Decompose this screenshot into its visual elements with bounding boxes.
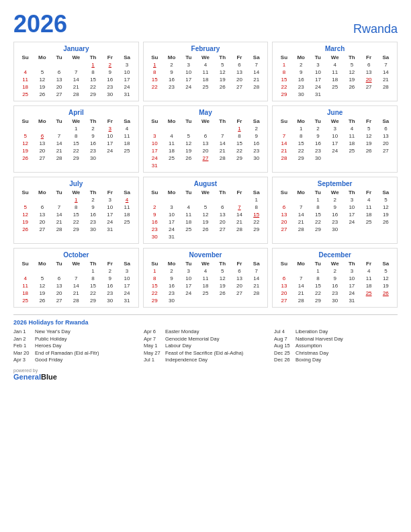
calendar-day: 15 (231, 140, 248, 147)
calendar-day: 25 (343, 147, 360, 154)
calendar-day: 4 (118, 196, 135, 204)
calendar-day: 1 (310, 267, 326, 275)
calendar-day: 20 (231, 282, 248, 290)
calendar-day: 25 (118, 218, 135, 226)
calendar-day: 26 (197, 226, 214, 233)
day-of-week-header: Su (17, 260, 34, 267)
calendar-day: 19 (180, 147, 197, 154)
calendar-day: 17 (343, 211, 360, 218)
calendar-day: 26 (180, 154, 197, 162)
calendar-day: 10 (180, 275, 197, 282)
calendar-day: 13 (231, 69, 248, 76)
calendar-day (343, 91, 360, 98)
day-of-week-header: Th (343, 189, 360, 196)
calendar-day: 12 (180, 140, 197, 147)
month-table: SuMoTuWeThFrSa12345678910111213141516171… (275, 118, 394, 162)
calendar-day: 22 (68, 147, 85, 154)
calendar-day: 4 (361, 196, 377, 204)
calendar-day: 21 (50, 218, 67, 226)
day-of-week-header: Th (214, 54, 231, 61)
day-of-week-header: Su (17, 54, 34, 61)
calendar-day: 21 (275, 147, 292, 154)
calendar-day: 11 (361, 204, 377, 211)
holiday-name: New Year's Day (35, 328, 71, 335)
calendar-day: 23 (101, 83, 118, 91)
calendar-day: 8 (310, 275, 326, 282)
calendar-day: 31 (163, 233, 180, 240)
day-of-week-header: Tu (310, 54, 326, 61)
calendar-day: 3 (343, 267, 360, 275)
calendar-day: 9 (326, 204, 343, 211)
calendar-day: 23 (163, 290, 180, 297)
holiday-date: Dec 26 (274, 357, 293, 363)
calendar-day: 12 (34, 282, 50, 290)
day-of-week-header: Th (343, 260, 360, 267)
calendar-day (34, 61, 50, 69)
calendar-day: 16 (248, 140, 265, 147)
calendar-day: 11 (197, 69, 214, 76)
calendar-day: 12 (34, 76, 50, 83)
calendar-day (180, 196, 197, 204)
calendar-day: 14 (50, 211, 67, 218)
calendar-day: 24 (180, 83, 197, 91)
calendar-day: 28 (293, 226, 310, 233)
calendar-day: 11 (197, 275, 214, 282)
day-of-week-header: Su (275, 260, 292, 267)
calendar-day: 27 (361, 83, 377, 91)
calendar-day: 23 (146, 226, 163, 233)
calendar-day (34, 125, 50, 132)
calendar-day: 22 (85, 290, 101, 297)
calendar-day (101, 154, 118, 162)
day-of-week-header: Su (17, 118, 34, 125)
calendar-day: 8 (293, 132, 310, 140)
month-table: SuMoTuWeThFrSa12345678910111213141516171… (146, 54, 265, 91)
calendar-day: 30 (326, 226, 343, 233)
day-of-week-header: We (326, 54, 343, 61)
holiday-date: Feb 1 (13, 343, 32, 349)
calendar-day: 19 (361, 140, 377, 147)
calendar-day (248, 162, 265, 169)
calendar-day: 13 (275, 211, 292, 218)
calendar-day: 4 (197, 61, 214, 69)
calendar-day: 2 (85, 196, 101, 204)
calendar-day: 14 (231, 211, 248, 218)
calendar-day (361, 154, 377, 162)
holiday-date: Dec 25 (274, 350, 293, 356)
calendar-day: 4 (17, 275, 34, 282)
month-table: SuMoTuWeThFrSa12345678910111213141516171… (275, 54, 394, 98)
day-of-week-header: Mo (163, 260, 180, 267)
powered-by-text: powered by (13, 368, 57, 373)
calendar-day: 26 (377, 218, 394, 226)
day-of-week-header: Sa (377, 54, 394, 61)
calendar-day: 7 (248, 267, 265, 275)
calendar-day: 7 (50, 132, 67, 140)
holiday-item: Mar 20End of Ramadan (Eid al-Fitr) (13, 350, 137, 356)
day-of-week-header: Su (275, 118, 292, 125)
calendar-day: 26 (214, 83, 231, 91)
country-title: Rwanda (353, 22, 398, 36)
holiday-item: Jan 1New Year's Day (13, 328, 137, 335)
calendar-day: 9 (310, 132, 326, 140)
day-of-week-header: We (326, 260, 343, 267)
calendar-day: 4 (326, 61, 343, 69)
calendar-day: 15 (68, 211, 85, 218)
calendar-day: 9 (248, 132, 265, 140)
calendar-day: 19 (377, 282, 394, 290)
calendar-day: 18 (180, 218, 197, 226)
month-block-march: MarchSuMoTuWeThFrSa123456789101112131415… (272, 42, 398, 101)
calendar-day (146, 125, 163, 132)
calendar-day: 3 (101, 196, 118, 204)
calendar-day: 29 (85, 297, 101, 304)
calendar-day: 29 (68, 226, 85, 233)
calendar-day: 12 (343, 69, 360, 76)
calendar-day: 4 (180, 204, 197, 211)
day-of-week-header: Sa (248, 189, 265, 196)
calendar-day: 21 (214, 147, 231, 154)
calendar-day (214, 125, 231, 132)
calendar-day: 8 (146, 275, 163, 282)
calendar-day: 22 (275, 83, 292, 91)
calendar-day: 17 (101, 211, 118, 218)
calendar-day: 11 (326, 69, 343, 76)
holiday-name: Genocide Memorial Day (165, 336, 219, 342)
day-of-week-header: Mo (293, 54, 310, 61)
